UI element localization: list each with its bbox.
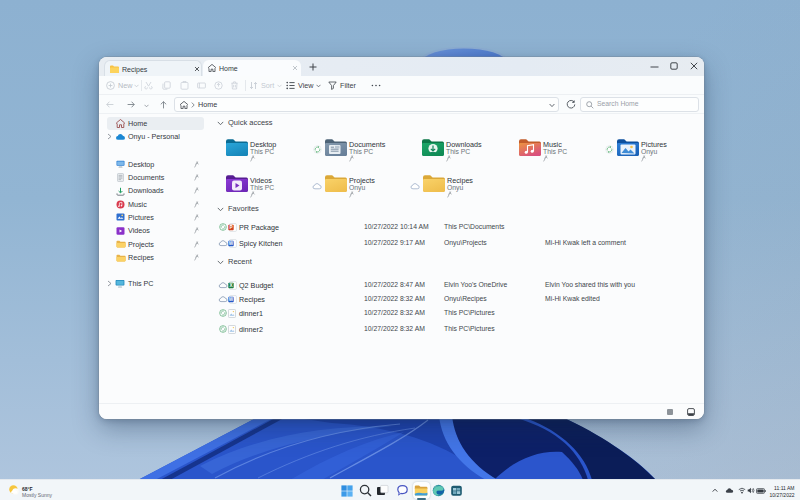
svg-text:P: P [229, 225, 232, 230]
svg-text:W: W [229, 297, 234, 302]
svg-text:W: W [229, 241, 234, 246]
